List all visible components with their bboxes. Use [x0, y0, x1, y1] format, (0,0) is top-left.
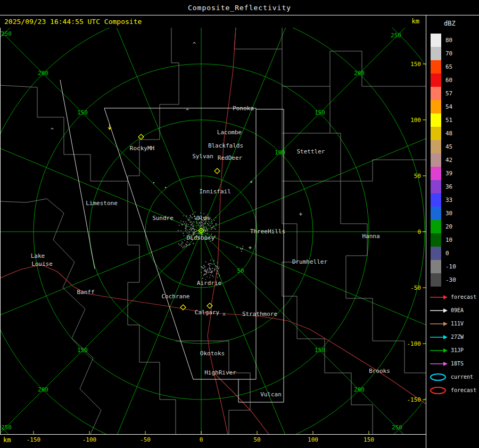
dot-marker-icon: [165, 187, 166, 188]
city-label: Stettler: [297, 148, 325, 155]
right-axis-tick-label: 150: [410, 61, 421, 68]
city-labels: PonokaLacombeBlackfaldsRedDeerSylvanRock…: [31, 105, 390, 398]
range-label: 250: [392, 424, 402, 431]
color-swatch: [431, 273, 441, 287]
color-scale-row: 10: [426, 233, 479, 247]
radar-application-window: Composite_Reflectivity 2025/09/23 16:44:…: [0, 0, 479, 448]
city-label: RedDeer: [218, 154, 243, 161]
color-swatch: [431, 220, 441, 233]
city-label: Ponoka: [233, 105, 254, 112]
color-swatch: [431, 167, 441, 180]
city-label: Airdrie: [197, 280, 221, 287]
legend-item: 18TS: [426, 357, 479, 370]
color-swatch: [431, 260, 441, 273]
legend-label: current: [451, 374, 473, 380]
city-label: Lake: [31, 252, 45, 259]
color-swatch: [431, 47, 441, 60]
range-label: 100: [275, 149, 285, 156]
window-titlebar: Composite_Reflectivity: [0, 0, 479, 15]
range-label: 200: [38, 70, 48, 77]
right-axis: 150100500-50-100-150: [34, 61, 426, 434]
range-label: 200: [38, 386, 48, 393]
city-label: Sundre: [152, 215, 174, 222]
dbz-scale-title: dBZ: [444, 20, 456, 27]
storm-ellipse-icon: [428, 373, 450, 381]
legend-label: 18TS: [451, 361, 464, 366]
legend-item: 09EA: [426, 304, 479, 317]
range-label: 150: [315, 109, 325, 116]
range-label: 250: [1, 30, 12, 37]
right-axis-tick-label: -100: [407, 340, 422, 347]
range-label: 150: [315, 347, 325, 354]
scale-value-label: 36: [445, 183, 452, 190]
storm-vector-legend: forecast09EA111V27ZW31JP18TScurrentforec…: [426, 290, 479, 397]
legend-label: forecast: [451, 294, 476, 300]
city-label: Hanna: [362, 233, 379, 240]
color-swatch: [431, 140, 441, 153]
plus-marker-icon: [249, 246, 252, 249]
color-scale-row: 60: [426, 74, 479, 87]
color-swatch: [431, 247, 441, 260]
color-scale-row: 70: [426, 47, 479, 60]
bottom-axis-unit-label: km: [3, 436, 11, 444]
city-label: Strathmore: [242, 311, 277, 317]
color-swatch: [431, 74, 441, 87]
caret-marker-icon: ^: [51, 127, 54, 133]
scale-value-label: -30: [445, 276, 456, 283]
scale-value-label: 70: [445, 50, 452, 57]
legend-item: forecast: [426, 384, 479, 397]
range-label: 150: [77, 109, 88, 116]
color-swatch: [431, 113, 441, 127]
storm-vector-arrow-icon: [428, 306, 450, 315]
scale-value-label: 65: [445, 63, 452, 70]
legend-item: forecast: [426, 290, 479, 304]
right-axis-tick-label: 0: [417, 229, 421, 235]
down-arrow-icon: [108, 124, 111, 129]
range-label: 250: [1, 424, 12, 431]
scale-value-label: 0: [445, 250, 449, 257]
range-label: 200: [354, 386, 365, 393]
city-label: ThreeHills: [250, 228, 285, 235]
color-swatch: [431, 207, 441, 220]
city-label: Blackfalds: [208, 142, 243, 149]
bottom-axis-tick-label: -150: [27, 436, 41, 443]
legend-item: current: [426, 370, 479, 384]
legend-item: 27ZW: [426, 330, 479, 344]
storm-ellipse-icon: [428, 386, 450, 395]
right-axis-tick-label: 50: [414, 173, 421, 180]
color-scale-row: 48: [426, 127, 479, 140]
city-label: Louise: [31, 260, 53, 267]
range-label: 250: [391, 32, 401, 39]
color-scale-row: 36: [426, 180, 479, 193]
plus-marker-icon: [299, 213, 302, 216]
color-scale-row: 45: [426, 140, 479, 153]
legend-item: 31JP: [426, 344, 479, 357]
coverage-outline: [60, 80, 284, 402]
city-label: RockyMH: [130, 145, 154, 152]
color-swatch: [431, 193, 441, 207]
storm-vector-arrow-icon: [428, 346, 450, 355]
right-axis-tick-label: -150: [407, 396, 422, 403]
radar-site-diamond-icon: [214, 168, 220, 174]
radar-echoes: [178, 211, 243, 280]
scale-value-label: 48: [445, 130, 452, 137]
scale-value-label: 39: [445, 170, 452, 177]
color-swatch: [431, 180, 441, 193]
legend-item: 111V: [426, 317, 479, 330]
bottom-axis-tick-label: 150: [364, 436, 374, 443]
dbz-color-scale: 807065605754514845423936333020100-10-30: [426, 34, 479, 287]
color-scale-row: 30: [426, 207, 479, 220]
range-label: 200: [354, 70, 365, 77]
range-label: 50: [237, 267, 244, 274]
scale-value-label: 42: [445, 157, 452, 164]
right-axis-tick-label: 100: [410, 117, 421, 124]
bottom-axis-tick-label: -50: [140, 436, 151, 443]
color-scale-row: 33: [426, 193, 479, 207]
color-swatch: [431, 233, 441, 247]
city-label: HighRiver: [204, 369, 236, 376]
storm-vector-arrow-icon: [428, 293, 450, 302]
legend-panel: dBZ 807065605754514845423936333020100-10…: [426, 15, 479, 448]
city-label: Cochrane: [162, 293, 190, 300]
color-scale-row: 51: [426, 113, 479, 127]
bottom-axis-tick-label: 100: [308, 436, 318, 443]
